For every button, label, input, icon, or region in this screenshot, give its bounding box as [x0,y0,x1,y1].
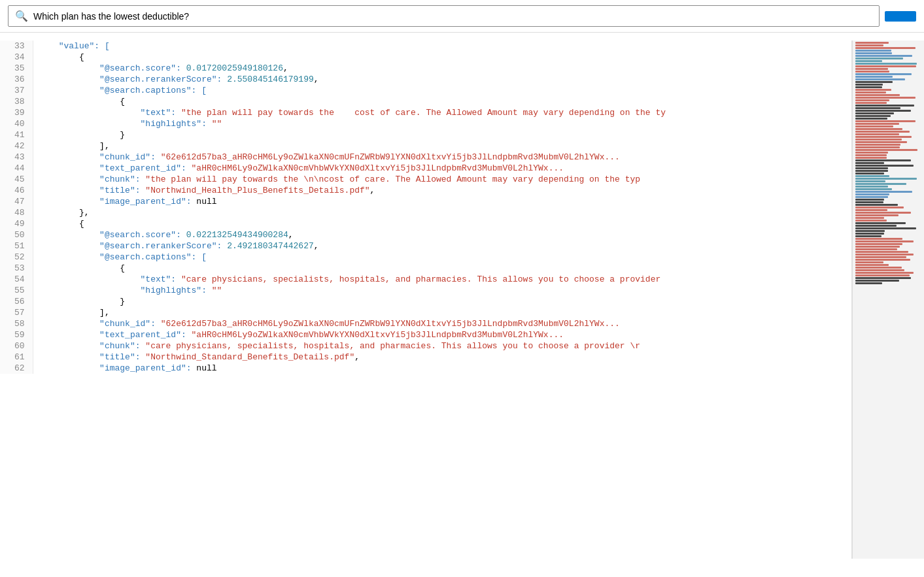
minimap-line [855,217,884,219]
table-row: 33 "value": [ [0,41,851,52]
minimap-line [855,240,914,242]
line-number: 56 [0,296,33,307]
minimap-line [855,42,889,44]
line-content: "@search.score": 0.01720025949180126, [33,63,851,74]
minimap-line [855,99,889,101]
minimap-line [855,173,884,174]
line-content: } [33,129,851,140]
table-row: 36 "@search.rerankerScore": 2.5508451461… [0,74,851,85]
minimap-line [855,120,915,122]
line-number: 58 [0,318,33,329]
line-content: { [33,263,851,274]
minimap-line [855,183,906,185]
line-number: 44 [0,163,33,174]
search-input-wrapper: 🔍 [8,5,880,27]
line-content: { [33,52,851,63]
line-number: 42 [0,140,33,152]
minimap-content [853,41,924,286]
minimap-line [855,230,885,232]
table-row: 48 }, [0,207,851,218]
line-content: "chunk": "care physicians, specialists, … [33,340,851,352]
minimap-line [855,206,904,208]
line-number: 34 [0,52,33,63]
line-content: "@search.captions": [ [33,85,851,96]
line-number: 50 [0,229,33,240]
minimap-line [855,76,893,78]
minimap-line [855,102,887,104]
line-number: 48 [0,207,33,218]
minimap-line [855,97,915,99]
minimap-line [855,178,917,180]
minimap-line [855,139,902,140]
minimap-line [855,149,917,151]
minimap-line [855,110,911,112]
minimap-line [855,115,891,117]
minimap-line [855,220,887,222]
line-number: 38 [0,96,33,107]
table-row: 47 "image_parent_id": null [0,196,851,207]
minimap-line [855,201,883,203]
table-row: 43 "chunk_id": "62e612d57ba3_aHR0cHM6Ly9… [0,152,851,163]
line-content: { [33,96,851,107]
minimap-line [855,191,912,193]
line-content: "@search.captions": [ [33,252,851,263]
minimap-line [855,47,915,49]
minimap-line [855,256,906,258]
line-content: }, [33,207,851,218]
line-number: 49 [0,218,33,229]
line-number: 41 [0,129,33,140]
minimap-line [855,180,885,182]
minimap-line [855,159,911,161]
line-content: "image_parent_id": null [33,363,851,374]
minimap-line [855,125,893,127]
line-content: "title": "Northwind_Health_Plus_Benefits… [33,185,851,196]
minimap-line [855,269,904,271]
line-number: 46 [0,185,33,196]
table-row: 62 "image_parent_id": null [0,363,851,374]
table-row: 40 "highlights": "" [0,118,851,129]
minimap-line [855,272,914,274]
minimap-line [855,58,903,59]
line-number: 45 [0,174,33,185]
line-number: 59 [0,329,33,340]
line-number: 33 [0,41,33,52]
minimap-line [855,91,886,93]
table-row: 37 "@search.captions": [ [0,85,851,96]
minimap-line [855,131,910,133]
minimap-line [855,133,899,135]
minimap-line [855,280,899,282]
code-table: 33 "value": [34 {35 "@search.score": 0.0… [0,41,851,374]
table-row: 59 "text_parent_id": "aHR0cHM6Ly9oZWlkaX… [0,329,851,340]
line-number: 40 [0,118,33,129]
table-row: 34 { [0,52,851,63]
minimap-line [855,165,914,167]
line-content: { [33,218,851,229]
table-row: 61 "title": "Northwind_Standard_Benefits… [0,352,851,363]
minimap-line [855,78,905,80]
code-panel[interactable]: 33 "value": [34 {35 "@search.score": 0.0… [0,41,852,559]
line-number: 51 [0,240,33,252]
table-row: 57 ], [0,307,851,318]
minimap-line [855,68,888,70]
minimap-line [855,199,884,201]
minimap-line [855,214,898,216]
table-row: 50 "@search.score": 0.022132549434900284… [0,229,851,240]
minimap-line [855,65,916,67]
table-row: 55 "highlights": "" [0,285,851,296]
minimap-line [855,84,883,86]
line-content: ], [33,140,851,152]
search-button[interactable] [885,11,916,22]
minimap-line [855,105,914,107]
minimap-line [855,162,884,164]
minimap-line [855,55,912,57]
line-number: 54 [0,274,33,285]
minimap-line [855,63,917,65]
line-number: 55 [0,285,33,296]
minimap-line [855,60,882,62]
search-input[interactable] [33,11,862,22]
minimap-line [855,86,882,88]
line-number: 37 [0,85,33,96]
minimap-line [855,94,900,96]
table-row: 58 "chunk_id": "62e612d57ba3_aHR0cHM6Ly9… [0,318,851,329]
line-content: "chunk": "the plan will pay towards the … [33,174,851,185]
